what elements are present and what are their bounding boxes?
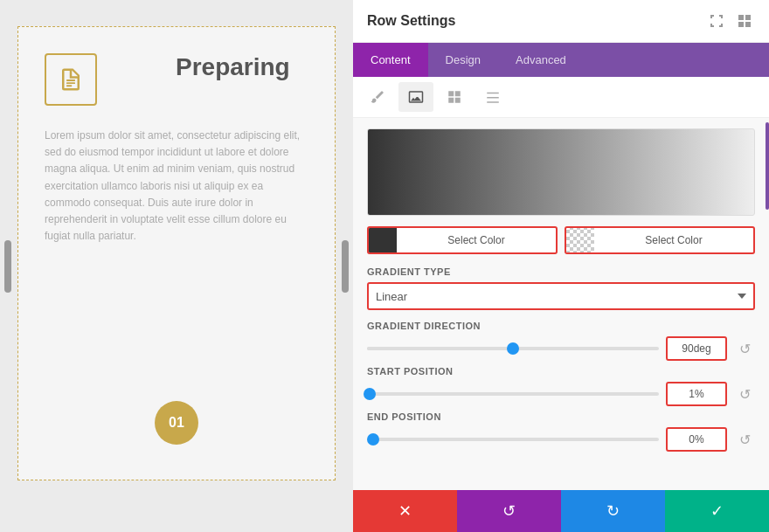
- bottom-toolbar: ✕ ↺ ↻ ✓: [353, 490, 769, 532]
- fullscreen-button[interactable]: [706, 10, 727, 31]
- content-paragraph: Lorem ipsum dolor sit amet, consectetur …: [45, 128, 308, 245]
- color-selector-2-label: Select Color: [594, 234, 753, 246]
- svg-rect-5: [738, 22, 744, 27]
- svg-rect-3: [738, 15, 744, 20]
- svg-rect-6: [745, 22, 751, 27]
- header-icons: [706, 10, 755, 31]
- tabs-bar: Content Design Advanced: [353, 43, 769, 77]
- color-selector-1-label: Select Color: [397, 234, 556, 246]
- gradient-direction-input[interactable]: [666, 336, 727, 361]
- drag-handle-right[interactable]: [342, 240, 349, 293]
- end-position-input[interactable]: [666, 427, 727, 452]
- svg-rect-1: [66, 82, 75, 84]
- gradient-direction-row: ↺: [367, 336, 755, 361]
- svg-rect-2: [66, 85, 72, 86]
- gradient-type-label: Gradient Type: [367, 266, 755, 277]
- gradient-direction-fill: [367, 347, 513, 350]
- svg-rect-0: [66, 79, 75, 81]
- start-position-reset[interactable]: ↺: [734, 383, 755, 404]
- tab-advanced[interactable]: Advanced: [498, 43, 584, 77]
- content-title: Preparing: [176, 53, 290, 81]
- redo-icon: ↻: [606, 501, 620, 521]
- page-content: Preparing Lorem ipsum dolor sit amet, co…: [17, 26, 336, 480]
- drag-handle-left[interactable]: [4, 240, 11, 293]
- gradient-direction-thumb[interactable]: [507, 342, 519, 355]
- gradient-direction-label: Gradient Direction: [367, 321, 755, 331]
- icon-tabs: [353, 77, 769, 118]
- gradient-direction-track[interactable]: [367, 347, 659, 350]
- svg-rect-4: [745, 15, 751, 20]
- end-position-reset[interactable]: ↺: [734, 429, 755, 450]
- color-selector-1[interactable]: Select Color: [367, 226, 558, 254]
- end-position-track[interactable]: [367, 438, 659, 441]
- end-position-thumb[interactable]: [367, 433, 379, 446]
- color-selector-2[interactable]: Select Color: [565, 226, 755, 254]
- section-icon: [45, 53, 97, 106]
- color-swatch-1: [369, 226, 397, 254]
- end-position-label: End Position: [367, 411, 755, 422]
- tab-content[interactable]: Content: [353, 43, 428, 77]
- tab-layout2-icon[interactable]: [475, 82, 510, 112]
- left-panel: Preparing Lorem ipsum dolor sit amet, co…: [0, 0, 353, 532]
- panel-title: Row Settings: [367, 13, 455, 29]
- cancel-icon: ✕: [398, 501, 412, 521]
- grid-button[interactable]: [734, 10, 755, 31]
- color-selectors: Select Color Select Color: [367, 226, 755, 254]
- end-position-row: ↺: [367, 427, 755, 452]
- scrollbar[interactable]: [766, 122, 769, 210]
- cancel-button[interactable]: ✕: [353, 490, 457, 532]
- color-swatch-2: [566, 226, 594, 254]
- tab-image-icon[interactable]: [398, 82, 433, 112]
- tab-layout-icon[interactable]: [437, 82, 472, 112]
- start-position-thumb[interactable]: [364, 388, 376, 400]
- tab-paint-icon[interactable]: [360, 82, 395, 112]
- panel-body: Select Color Select Color Gradient Type …: [353, 118, 769, 490]
- redo-button[interactable]: ↻: [561, 490, 665, 532]
- gradient-type-select[interactable]: Linear Radial Circular: [367, 282, 755, 310]
- start-position-track[interactable]: [367, 392, 659, 396]
- page-badge: 01: [155, 401, 198, 445]
- document-icon: [58, 66, 84, 93]
- start-position-label: Start Position: [367, 366, 755, 377]
- confirm-button[interactable]: ✓: [665, 490, 769, 532]
- settings-panel: Row Settings Content Design Advanced: [353, 0, 769, 532]
- panel-header: Row Settings: [353, 0, 769, 43]
- reset-icon: ↺: [502, 501, 516, 521]
- start-position-row: ↺: [367, 382, 755, 406]
- reset-button[interactable]: ↺: [457, 490, 561, 532]
- confirm-icon: ✓: [710, 501, 724, 521]
- start-position-input[interactable]: [666, 382, 727, 406]
- tab-design[interactable]: Design: [428, 43, 498, 77]
- gradient-preview: [367, 128, 755, 216]
- gradient-direction-reset[interactable]: ↺: [734, 338, 755, 359]
- content-header: Preparing: [45, 53, 308, 114]
